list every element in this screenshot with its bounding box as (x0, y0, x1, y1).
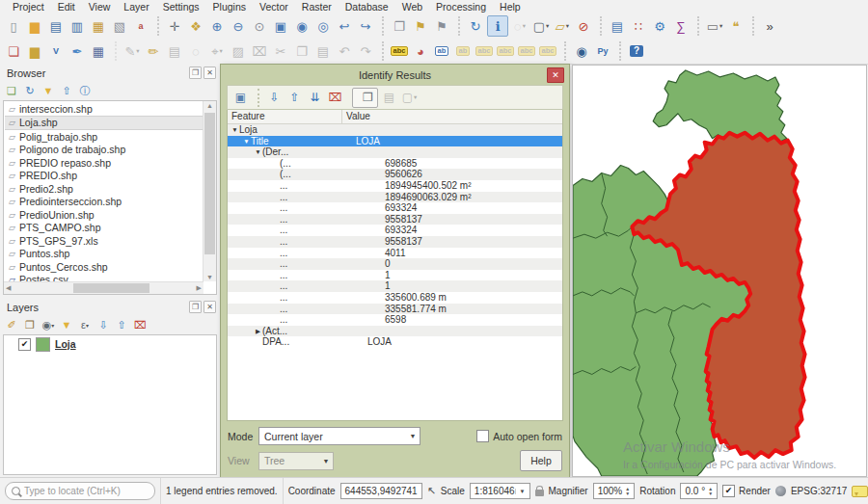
new-project-icon[interactable]: ▯ (4, 16, 23, 36)
value-column-header[interactable]: Value (342, 110, 562, 123)
browser-properties-icon[interactable]: ⓘ (77, 83, 93, 98)
scroll-down-icon[interactable]: ▼ (203, 274, 216, 280)
current-edits-icon[interactable]: ✎ ▾ (115, 41, 142, 61)
browser-item[interactable]: ▱ PTS_CAMPO.shp (5, 222, 203, 235)
identify-expand-new-icon[interactable]: ⇊ (306, 89, 324, 107)
identify-tree-row[interactable]: ... 9558137 (228, 236, 562, 248)
browser-refresh-icon[interactable]: ↻ (22, 83, 38, 98)
coordinate-input[interactable]: 644553,9492741 (340, 483, 422, 499)
tree-expand-icon[interactable]: ▼ (254, 146, 262, 158)
new-virtual-layer-icon[interactable]: ▦ (89, 41, 108, 61)
crs-status-label[interactable]: EPSG:32717 (791, 486, 847, 496)
mouse-position-toggle-icon[interactable]: ↖ (427, 485, 436, 497)
browser-collapse-all-icon[interactable]: ⇧ (59, 83, 74, 98)
identify-tree-row[interactable]: ... 0 (228, 258, 562, 270)
menu-item[interactable]: Processing (429, 1, 493, 13)
feature-column-header[interactable]: Feature (228, 110, 342, 123)
browser-item[interactable]: ▱ Puntos_Cercos.shp (5, 260, 203, 274)
panel-close-icon[interactable]: ✕ (203, 301, 216, 313)
cut-features-icon[interactable]: ✂ (271, 41, 290, 61)
lock-scale-icon[interactable] (535, 490, 544, 496)
label-pin-icon[interactable]: ab (453, 41, 473, 61)
zoom-in-icon[interactable]: ⊕ (207, 16, 227, 36)
browser-item[interactable]: ▱ Polig_trabajo.shp (5, 130, 203, 144)
identify-tree-row[interactable]: (... 698685 (228, 158, 562, 170)
tree-expand-icon[interactable] (271, 180, 280, 192)
browser-add-layers-icon[interactable]: ❏ (4, 83, 19, 98)
identify-tree-row[interactable]: DPA... LOJA (228, 336, 562, 348)
menu-item[interactable]: Edit (51, 1, 82, 13)
layer-item[interactable]: ✔ Loja (5, 336, 215, 352)
identify-tree-row[interactable]: ... 335600.689 m (228, 292, 562, 304)
toggle-editing-icon[interactable]: ✏ (144, 41, 163, 61)
rotation-spinbox[interactable]: 0.0 ° ▲▼ (680, 483, 718, 499)
tree-expand-icon[interactable]: ▶ (254, 326, 262, 337)
label-move-icon[interactable]: abc (496, 41, 515, 61)
tree-expand-icon[interactable] (271, 225, 280, 236)
select-features-icon[interactable]: ▢ ▾ (531, 16, 551, 36)
identify-features-icon[interactable]: ℹ (487, 15, 508, 37)
map-canvas[interactable]: Activar Windows Ir a Configuración de PC… (572, 65, 867, 477)
modify-attributes-icon[interactable]: ▨ (229, 41, 248, 61)
processing-toolbox-icon[interactable]: ⚙ (650, 16, 669, 36)
browser-vertical-scrollbar[interactable]: ▲ ▼ (203, 101, 216, 281)
save-layer-edits-icon[interactable]: ▤ (165, 41, 184, 61)
menu-item[interactable]: Settings (156, 1, 206, 13)
mode-combobox[interactable]: Current layer ▼ (258, 427, 420, 445)
expand-all-layers-icon[interactable]: ⇩ (95, 317, 111, 332)
new-shapefile-layer-icon[interactable]: V (46, 41, 66, 61)
filter-by-expression-icon[interactable]: ε ▾ (77, 317, 93, 332)
new-print-layout-icon[interactable]: ▦ (89, 16, 108, 36)
browser-item[interactable]: ▱ Prediointerseccion.shp (5, 196, 203, 209)
identify-expand-all-icon[interactable]: ⇩ (258, 89, 284, 107)
identify-print-icon[interactable]: ▤ (380, 89, 398, 107)
menu-item[interactable]: Help (493, 1, 528, 13)
add-group-icon[interactable]: ❐ (22, 317, 38, 332)
magnifier-spinbox[interactable]: 100% ▲▼ (593, 483, 636, 499)
map-tips-icon[interactable]: ❝ (726, 16, 746, 36)
identify-tree-row[interactable]: ▼ Loja (228, 124, 562, 136)
redo-icon[interactable]: ↷ (356, 41, 375, 61)
identify-tree-row[interactable]: ... 335581.774 m (228, 304, 562, 315)
zoom-next-icon[interactable]: ↪ (356, 16, 375, 36)
statistical-summary-icon[interactable]: ∑ (671, 16, 691, 36)
panel-float-icon[interactable]: ❐ (189, 301, 202, 313)
identify-collapse-all-icon[interactable]: ⇧ (285, 89, 304, 107)
tree-expand-icon[interactable] (271, 292, 280, 304)
browser-item[interactable]: ▱ Loja.shp (5, 116, 203, 131)
layer-visibility-checkbox[interactable]: ✔ (18, 338, 31, 351)
province-north[interactable] (653, 70, 787, 143)
menu-item[interactable]: Web (395, 1, 429, 13)
tree-expand-icon[interactable] (271, 192, 280, 203)
label-change-icon[interactable]: abc (538, 41, 557, 61)
label-show-hide-icon[interactable]: abc (475, 41, 494, 61)
tree-expand-icon[interactable] (271, 202, 280, 214)
browser-item[interactable]: ▱ PredioUnion.shp (5, 208, 203, 222)
manage-map-themes-icon[interactable]: ◉ ▾ (41, 317, 56, 332)
panel-float-icon[interactable]: ❐ (189, 66, 202, 79)
scrollbar-thumb[interactable] (204, 113, 215, 254)
collapse-all-layers-icon[interactable]: ⇧ (114, 317, 129, 332)
scale-combobox[interactable]: 1:816046 ▼ (470, 483, 530, 499)
zoom-native-icon[interactable]: ⊙ (250, 16, 269, 36)
identify-tree-row[interactable]: ... 1 (228, 270, 562, 281)
scroll-right-icon[interactable]: ▶ (197, 284, 202, 292)
zoom-full-icon[interactable]: ▣ (271, 16, 290, 36)
layer-diagram-icon[interactable]: ◕ (411, 41, 430, 61)
copy-features-icon[interactable]: ❐ (292, 41, 312, 61)
identify-tree-row[interactable]: ... 1894945400.502 m² (228, 180, 562, 192)
tree-expand-icon[interactable] (271, 248, 280, 259)
crs-globe-icon[interactable] (775, 486, 786, 496)
zoom-to-selection-icon[interactable]: ◉ (292, 16, 312, 36)
browser-item[interactable]: ▱ Predio2.shp (5, 182, 203, 196)
save-project-as-icon[interactable]: ▥ (68, 16, 87, 36)
remove-layer-icon[interactable]: ⌧ (132, 317, 148, 332)
render-option[interactable]: ✔ Render (722, 485, 771, 497)
identify-dialog-titlebar[interactable]: Identify Results ✕ (227, 65, 563, 85)
identify-tree-row[interactable]: ... 1894690063.029 m² (228, 192, 562, 203)
tree-expand-icon[interactable]: ▼ (242, 136, 251, 147)
open-project-icon[interactable]: ▆ (25, 16, 44, 36)
delete-selected-icon[interactable]: ⌧ (250, 41, 269, 61)
layer-styling-icon[interactable]: ✐ (4, 317, 19, 332)
tree-expand-icon[interactable]: ▼ (231, 124, 239, 136)
